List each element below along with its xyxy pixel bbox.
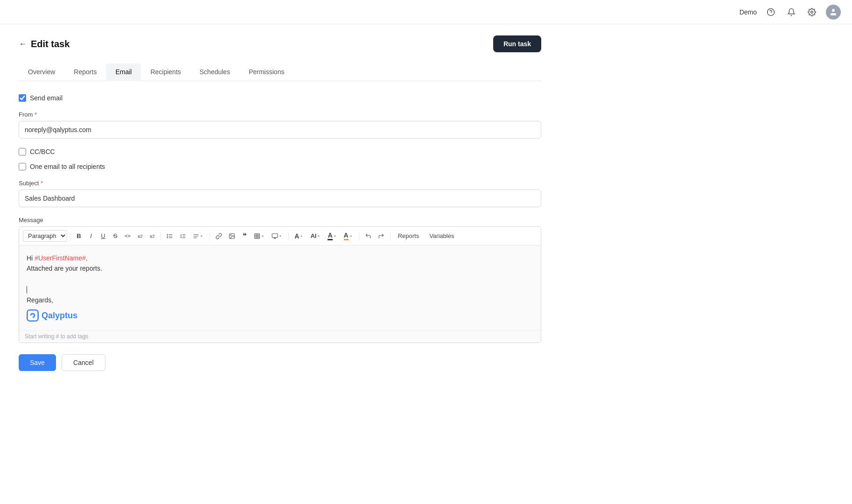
tab-reports[interactable]: Reports [64,63,106,81]
notification-icon[interactable] [785,6,798,19]
ai-button[interactable]: AI [307,231,324,241]
svg-point-9 [167,237,168,238]
one-email-label: One email to all recipients [30,163,105,170]
svg-rect-26 [27,310,38,321]
editor-line-1: Hi #UserFirstName#, [27,253,533,263]
message-editor-content[interactable]: Hi #UserFirstName#, Attached are your re… [19,245,541,330]
message-field-group: Message Paragraph B I U S [19,217,541,343]
svg-point-2 [811,11,813,13]
top-nav-right: Demo [740,5,841,20]
qalyptus-brand-name: Qalyptus [42,309,77,322]
underline-button[interactable]: U [98,231,109,241]
back-arrow-icon: ← [19,39,27,49]
toolbar-divider-2 [161,232,161,240]
tab-schedules[interactable]: Schedules [190,63,239,81]
tab-overview[interactable]: Overview [19,63,64,81]
strikethrough-button[interactable]: S [110,231,121,241]
toolbar-divider-3 [210,232,210,240]
ccbcc-checkbox-row[interactable]: CC/BCC [19,148,541,155]
subject-required-marker: * [39,180,43,187]
editor-regards [27,284,533,294]
redo-button[interactable] [375,231,387,241]
italic-button[interactable]: I [85,231,97,241]
save-button[interactable]: Save [19,354,56,371]
help-icon[interactable] [764,6,777,19]
action-buttons: Save Cancel [19,354,541,371]
svg-point-17 [230,235,231,236]
editor-line-2: Attached are your reports. [27,263,533,273]
svg-rect-18 [255,233,260,238]
page-content: ← Edit task Run task Overview Reports Em… [0,24,560,382]
embed-button[interactable] [269,231,286,241]
demo-label: Demo [740,8,757,16]
editor-hint: Start writing # to add tags [19,330,541,343]
editor-hi-text: Hi [27,254,35,262]
from-label: From * [19,111,541,118]
one-email-checkbox-row[interactable]: One email to all recipients [19,163,541,170]
table-button[interactable] [251,231,268,241]
toolbar-divider-6 [390,232,391,240]
editor-regards-text: Regards, [27,295,533,305]
subject-label: Subject * [19,180,541,187]
top-navigation: Demo [0,0,852,24]
from-input[interactable] [19,121,541,139]
tab-email[interactable]: Email [106,63,141,81]
message-label: Message [19,217,541,224]
qalyptus-logo-icon [27,309,39,322]
toolbar-divider-5 [359,232,359,240]
variables-toolbar-button[interactable]: Variables [425,231,459,241]
editor-toolbar: Paragraph B I U S <> [19,227,541,245]
image-button[interactable] [226,231,238,241]
ccbcc-label: CC/BCC [30,148,55,155]
send-email-checkbox[interactable] [19,94,26,102]
paragraph-select[interactable]: Paragraph [23,230,67,242]
from-field-group: From * [19,111,541,139]
svg-point-3 [832,9,835,12]
svg-point-7 [167,234,168,234]
reports-toolbar-button[interactable]: Reports [393,231,424,241]
editor-tag: #UserFirstName#, [35,254,88,262]
superscript-button[interactable]: x2 [147,231,158,241]
from-required-marker: * [33,111,37,118]
page-header: ← Edit task Run task [19,35,541,52]
one-email-checkbox[interactable] [19,163,26,170]
font-color-button[interactable]: A [325,230,340,242]
svg-rect-23 [272,233,278,237]
subscript-button[interactable]: x2 [134,231,146,241]
subject-field-group: Subject * [19,180,541,207]
cancel-button[interactable]: Cancel [62,354,105,371]
tab-permissions[interactable]: Permissions [239,63,293,81]
undo-button[interactable] [362,231,374,241]
svg-point-8 [167,236,168,236]
message-editor-wrapper: Paragraph B I U S <> [19,226,541,343]
settings-icon[interactable] [805,6,818,19]
bg-color-button[interactable]: A [341,230,356,242]
back-link[interactable]: ← Edit task [19,39,70,49]
bullet-list-button[interactable] [164,231,176,241]
qalyptus-logo: Qalyptus [27,309,533,322]
editor-blank-line [27,274,533,284]
font-size-button[interactable]: A [292,231,307,242]
ordered-list-button[interactable] [177,231,189,241]
toolbar-divider-4 [288,232,289,240]
run-task-button[interactable]: Run task [493,35,541,52]
tabs-nav: Overview Reports Email Recipients Schedu… [19,63,541,81]
page-title: Edit task [31,39,70,49]
tab-recipients[interactable]: Recipients [141,63,190,81]
user-avatar[interactable] [826,5,841,20]
send-email-checkbox-row[interactable]: Send email [19,94,541,102]
subject-input[interactable] [19,189,541,207]
ccbcc-checkbox[interactable] [19,148,26,155]
ccbcc-section: CC/BCC One email to all recipients [19,148,541,170]
toolbar-divider-1 [70,232,70,240]
cursor [27,286,27,294]
code-button[interactable]: <> [122,231,133,241]
quote-button[interactable]: ❝ [239,230,250,242]
send-email-section: Send email [19,94,541,102]
bold-button[interactable]: B [73,231,84,241]
send-email-label: Send email [30,94,63,102]
link-button[interactable] [213,231,225,241]
align-button[interactable] [190,231,207,241]
